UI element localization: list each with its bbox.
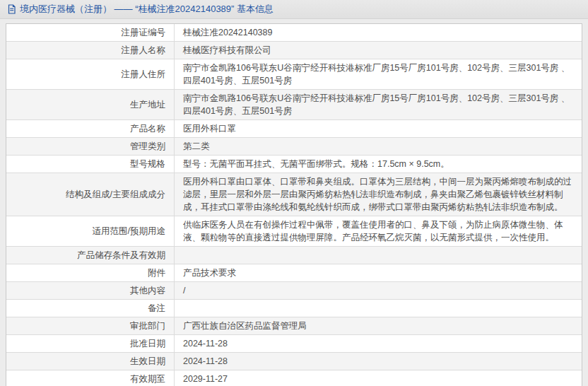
row-value-text: 第二类 [183, 141, 210, 151]
row-label-text: 生产地址 [130, 98, 165, 111]
registration-info-page: 境内医疗器械（注册） —— “桂械注准20242140389” 基本信息 注册证… [0, 0, 588, 386]
row-label-text: 管理类别 [130, 140, 165, 153]
row-label-text: 有效期至 [130, 373, 165, 385]
row-label: 备注 [6, 300, 175, 317]
row-label-text: 注册人住所 [122, 68, 166, 81]
row-value-text: 2024-11-28 [183, 339, 228, 349]
row-label-text: 审批部门 [130, 320, 165, 332]
table-row: 生产地址 南宁市金凯路106号联东U谷南宁经开科技港标准厂房15号厂房101号房… [6, 90, 582, 120]
row-label: 有效期至 [6, 370, 175, 386]
page-title: 境内医疗器械（注册） —— “桂械注准20242140389” 基本信息 [20, 3, 274, 16]
table-row: 注册人住所 南宁市金凯路106号联东U谷南宁经开科技港标准厂房15号厂房101号… [6, 59, 582, 90]
row-value-text: 2024-11-28 [183, 356, 228, 366]
row-value: 医用外科口罩由口罩体、口罩带和鼻夹组成。口罩体为三层结构，中间一层为聚丙烯熔喷布… [175, 173, 582, 216]
row-label-text: 生效日期 [130, 355, 165, 368]
row-value-text: 广西壮族自治区药品监督管理局 [183, 321, 307, 331]
row-value: / [175, 282, 582, 299]
row-label-text: 产品名称 [130, 122, 165, 135]
row-value-text: 型号：无菌平面耳挂式、无菌平面绑带式。规格：17.5cm × 9.5cm。 [183, 159, 449, 169]
row-label-text: 注册人名称 [122, 44, 166, 57]
row-label: 其他内容 [6, 282, 175, 299]
row-label-text: 产品储存条件及有效期 [77, 249, 165, 262]
row-label: 批准日期 [6, 335, 175, 352]
row-label-text: 备注 [148, 302, 165, 315]
row-label: 产品储存条件及有效期 [6, 247, 175, 264]
row-value-text: 桂械医疗科技有限公司 [183, 45, 271, 55]
row-label-text: 附件 [148, 267, 165, 279]
table-row: 附件 产品技术要求 [6, 264, 582, 282]
row-label-text: 注册证编号 [122, 26, 166, 39]
row-label: 注册人住所 [6, 59, 175, 89]
row-label: 适用范围/预期用途 [6, 216, 175, 246]
table-row: 其他内容 / [6, 282, 582, 300]
row-label: 产品名称 [6, 120, 175, 137]
table-row: 结构及组成/主要组成成分 医用外科口罩由口罩体、口罩带和鼻夹组成。口罩体为三层结… [6, 173, 582, 216]
row-value: 桂械注准20242140389 [175, 24, 582, 41]
table-row: 批准日期 2024-11-28 [6, 335, 582, 353]
row-label: 注册人名称 [6, 42, 175, 59]
row-value [175, 253, 582, 257]
row-label: 型号规格 [6, 156, 175, 172]
row-value: 第二类 [175, 138, 582, 155]
row-label: 结构及组成/主要组成成分 [6, 173, 175, 216]
row-value: 南宁市金凯路106号联东U谷南宁经开科技港标准厂房15号厂房101号房、102号… [175, 59, 582, 89]
row-value-text: 桂械注准20242140389 [183, 28, 272, 37]
info-table: 注册证编号 桂械注准20242140389 注册人名称 桂械医疗科技有限公司 [6, 23, 582, 386]
table-row: 审批部门 广西壮族自治区药品监督管理局 [6, 317, 582, 335]
table-row: 型号规格 型号：无菌平面耳挂式、无菌平面绑带式。规格：17.5cm × 9.5c… [6, 156, 582, 173]
row-label-text: 型号规格 [130, 158, 165, 170]
row-label-text: 其他内容 [130, 284, 165, 297]
row-value: 供临床医务人员在有创操作过程中佩带，覆盖住使用者的口、鼻及下颌，为防止病原体微生… [175, 216, 582, 246]
table-row: 管理类别 第二类 [6, 138, 582, 156]
table-row: 产品名称 医用外科口罩 [6, 120, 582, 138]
row-label: 生效日期 [6, 353, 175, 370]
table-row: 备注 [6, 300, 582, 317]
page-header: 境内医疗器械（注册） —— “桂械注准20242140389” 基本信息 [0, 0, 588, 19]
row-value-text: / [183, 286, 185, 296]
row-label: 审批部门 [6, 317, 175, 334]
document-icon [7, 4, 16, 14]
table-row: 适用范围/预期用途 供临床医务人员在有创操作过程中佩带，覆盖住使用者的口、鼻及下… [6, 216, 582, 247]
table-row: 生效日期 2024-11-28 [6, 353, 582, 370]
row-value-text: 南宁市金凯路106号联东U谷南宁经开科技港标准厂房15号厂房101号房、102号… [183, 93, 570, 116]
row-label-text: 结构及组成/主要组成成分 [66, 188, 165, 201]
table-row: 产品储存条件及有效期 [6, 247, 582, 264]
row-label: 管理类别 [6, 138, 175, 155]
row-value: 产品技术要求 [175, 264, 582, 281]
row-value: 2024-11-28 [175, 335, 582, 352]
row-value: 2029-11-27 [175, 370, 582, 386]
row-value-text: 2029-11-27 [183, 374, 228, 384]
table-row: 注册人名称 桂械医疗科技有限公司 [6, 42, 582, 59]
row-value-text: 医用外科口罩由口罩体、口罩带和鼻夹组成。口罩体为三层结构，中间一层为聚丙烯熔喷布… [183, 177, 572, 212]
row-label: 注册证编号 [6, 24, 175, 41]
row-value: 型号：无菌平面耳挂式、无菌平面绑带式。规格：17.5cm × 9.5cm。 [175, 156, 582, 172]
row-value-text: 产品技术要求 [183, 268, 236, 278]
row-value-text: 南宁市金凯路106号联东U谷南宁经开科技港标准厂房15号厂房101号房、102号… [183, 63, 570, 86]
table-row: 注册证编号 桂械注准20242140389 [6, 24, 582, 42]
row-value: 桂械医疗科技有限公司 [175, 42, 582, 59]
row-label-text: 适用范围/预期用途 [93, 225, 165, 238]
table-row: 有效期至 2029-11-27 [6, 370, 582, 386]
row-label: 生产地址 [6, 90, 175, 119]
row-value: 南宁市金凯路106号联东U谷南宁经开科技港标准厂房15号厂房101号房、102号… [175, 90, 582, 119]
row-value: 医用外科口罩 [175, 120, 582, 137]
row-value [175, 306, 582, 310]
row-value-text: 供临床医务人员在有创操作过程中佩带，覆盖住使用者的口、鼻及下颌，为防止病原体微生… [183, 220, 563, 242]
row-label: 附件 [6, 264, 175, 281]
row-value: 广西壮族自治区药品监督管理局 [175, 317, 582, 334]
row-value: 2024-11-28 [175, 353, 582, 370]
row-label-text: 批准日期 [130, 337, 165, 350]
row-value-text: 医用外科口罩 [183, 124, 236, 134]
